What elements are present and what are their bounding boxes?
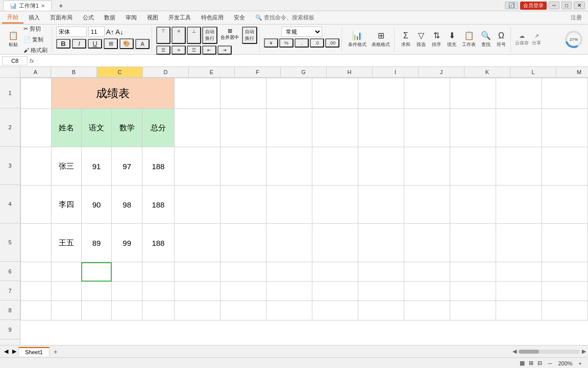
cell-m2[interactable] bbox=[496, 109, 542, 147]
hscroll-right[interactable]: ▶ bbox=[582, 348, 586, 355]
cell-k4[interactable] bbox=[404, 186, 450, 224]
cell-d3-math[interactable]: 97 bbox=[112, 147, 142, 186]
cell-j6[interactable] bbox=[358, 262, 404, 282]
cell-h6[interactable] bbox=[266, 262, 312, 282]
maximize-btn[interactable]: □ bbox=[561, 2, 572, 9]
align-middle-btn[interactable]: ≡ bbox=[172, 27, 186, 44]
col-header-b[interactable]: B bbox=[51, 67, 97, 77]
col-header-i[interactable]: I bbox=[373, 67, 419, 77]
sort-btn[interactable]: ⇅ 排序 bbox=[429, 30, 444, 49]
cell-j1[interactable] bbox=[358, 78, 404, 109]
cell-c2-chinese-header[interactable]: 语文 bbox=[81, 109, 112, 147]
cell-k3[interactable] bbox=[404, 147, 450, 186]
cell-n7[interactable] bbox=[542, 282, 588, 301]
cell-b3-name[interactable]: 张三 bbox=[52, 147, 82, 186]
cell-h1[interactable] bbox=[266, 78, 312, 109]
symbol-btn[interactable]: Ω 符号 bbox=[494, 30, 508, 49]
align-center-btn[interactable]: ≡ bbox=[172, 45, 186, 55]
cell-k5[interactable] bbox=[404, 224, 450, 262]
align-top-btn[interactable]: ⊤ bbox=[156, 27, 170, 44]
cell-b1-merged[interactable]: 成绩表 bbox=[52, 78, 175, 109]
cell-g8[interactable] bbox=[220, 301, 266, 320]
tab-layout[interactable]: 页面布局 bbox=[45, 12, 78, 23]
align-bottom-btn[interactable]: ⊥ bbox=[187, 27, 201, 44]
cell-c4-chinese[interactable]: 90 bbox=[81, 186, 112, 224]
cell-j4[interactable] bbox=[358, 186, 404, 224]
cell-i8[interactable] bbox=[312, 301, 358, 320]
col-header-a[interactable]: A bbox=[20, 67, 51, 77]
cell-n3[interactable] bbox=[542, 147, 588, 186]
col-header-m[interactable]: M bbox=[556, 67, 588, 77]
cell-a3[interactable] bbox=[21, 147, 52, 186]
cell-c8[interactable] bbox=[81, 301, 112, 320]
tab-search[interactable]: 🔍 查找命令、搜索模板 bbox=[250, 12, 320, 23]
cell-c3-chinese[interactable]: 91 bbox=[81, 147, 112, 186]
row-header-4[interactable]: 4 bbox=[0, 185, 20, 223]
row-header-3[interactable]: 3 bbox=[0, 147, 20, 185]
tab-review[interactable]: 审阅 bbox=[120, 12, 142, 23]
cell-b4-name[interactable]: 李四 bbox=[52, 186, 82, 224]
cell-h3[interactable] bbox=[266, 147, 312, 186]
cell-n6[interactable] bbox=[542, 262, 588, 282]
border-btn[interactable]: ⊞ bbox=[104, 38, 118, 49]
align-left-btn[interactable]: ☰ bbox=[156, 45, 170, 55]
wps-login-btn[interactable]: 会员登录 bbox=[520, 2, 547, 10]
indent-increase-btn[interactable]: ⇥ bbox=[217, 45, 232, 55]
cell-k2[interactable] bbox=[404, 109, 450, 147]
currency-btn[interactable]: ¥ bbox=[264, 38, 278, 48]
cell-b5-name[interactable]: 王五 bbox=[52, 224, 82, 262]
indent-decrease-btn[interactable]: ⇤ bbox=[202, 45, 216, 55]
tab-start[interactable]: 开始 bbox=[2, 12, 23, 24]
view-page-btn[interactable]: ⊞ bbox=[529, 360, 533, 366]
cell-d8[interactable] bbox=[112, 301, 142, 320]
decimal-decrease-btn[interactable]: .00 bbox=[325, 38, 339, 48]
row-header-10[interactable]: 10 bbox=[0, 339, 20, 345]
col-header-f[interactable]: F bbox=[235, 67, 281, 77]
font-name-input[interactable] bbox=[56, 27, 87, 37]
tab-formula[interactable]: 公式 bbox=[78, 12, 99, 23]
cell-reference-input[interactable] bbox=[2, 56, 28, 65]
cell-b8[interactable] bbox=[52, 301, 82, 320]
cell-m5[interactable] bbox=[496, 224, 542, 262]
cell-d7[interactable] bbox=[112, 282, 142, 301]
view-normal-btn[interactable]: ▦ bbox=[520, 360, 525, 366]
worksheet-btn[interactable]: 📋 工作表 bbox=[460, 30, 478, 49]
find-btn[interactable]: 🔍 查找 bbox=[479, 30, 493, 49]
tab-devtools[interactable]: 开发工具 bbox=[163, 12, 196, 23]
cell-a1[interactable] bbox=[21, 78, 52, 109]
cell-m7[interactable] bbox=[496, 282, 542, 301]
cell-g4[interactable] bbox=[220, 186, 266, 224]
italic-btn[interactable]: I bbox=[72, 39, 86, 49]
tab-insert[interactable]: 插入 bbox=[23, 12, 45, 23]
percent-btn[interactable]: % bbox=[279, 38, 293, 48]
cell-i4[interactable] bbox=[312, 186, 358, 224]
new-tab-btn[interactable]: + bbox=[56, 2, 66, 10]
cell-a2[interactable] bbox=[21, 109, 52, 147]
cell-c6-selected[interactable] bbox=[81, 262, 112, 282]
cell-e6[interactable] bbox=[142, 262, 174, 282]
font-color-btn[interactable]: A bbox=[135, 39, 150, 49]
cell-m4[interactable] bbox=[496, 186, 542, 224]
cell-g3[interactable] bbox=[220, 147, 266, 186]
share-btn[interactable]: ↗分享 bbox=[532, 33, 541, 47]
row-header-5[interactable]: 5 bbox=[0, 223, 20, 262]
underline-btn[interactable]: U bbox=[88, 39, 102, 49]
cell-h8[interactable] bbox=[266, 301, 312, 320]
cell-e4-total[interactable]: 188 bbox=[142, 186, 174, 224]
minimize-btn[interactable]: ─ bbox=[549, 2, 559, 9]
restore-btn[interactable]: 🔃 bbox=[505, 2, 518, 9]
close-btn[interactable]: ✕ bbox=[574, 2, 585, 9]
view-break-btn[interactable]: ⊟ bbox=[537, 360, 542, 366]
col-header-j[interactable]: J bbox=[419, 67, 464, 77]
col-header-e[interactable]: E bbox=[189, 67, 235, 77]
cell-m3[interactable] bbox=[496, 147, 542, 186]
row-header-2[interactable]: 2 bbox=[0, 108, 20, 147]
col-header-l[interactable]: L bbox=[510, 67, 556, 77]
cell-d4-math[interactable]: 98 bbox=[112, 186, 142, 224]
fill-color-btn[interactable]: 🎨 bbox=[119, 38, 134, 49]
cell-a4[interactable] bbox=[21, 186, 52, 224]
cell-i1[interactable] bbox=[312, 78, 358, 109]
cell-g1[interactable] bbox=[220, 78, 266, 109]
cell-l2[interactable] bbox=[450, 109, 496, 147]
cell-a7[interactable] bbox=[21, 282, 52, 301]
